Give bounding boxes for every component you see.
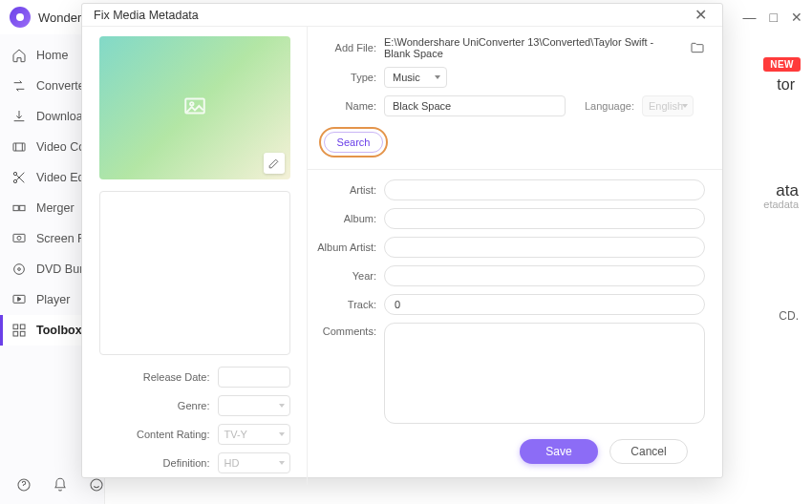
album-input[interactable] [384,208,705,229]
bg-text-fragment: CD. [779,309,799,323]
svg-point-6 [17,236,21,240]
disc-icon [11,262,27,277]
modal-footer: Save Cancel [315,431,705,475]
screen-record-icon [11,231,27,246]
content-rating-select[interactable]: TV-Y [218,424,290,445]
play-icon [11,292,27,307]
maximize-button[interactable]: □ [770,10,778,24]
genre-label: Genre: [178,400,210,411]
scissors-icon [11,170,27,185]
cancel-button[interactable]: Cancel [609,439,688,464]
content-rating-label: Content Rating: [137,429,209,440]
browse-folder-button[interactable] [690,40,705,55]
comments-label: Comments: [315,323,376,337]
name-label: Name: [315,100,376,112]
type-select[interactable]: Music [384,67,447,88]
svg-rect-0 [13,143,25,151]
svg-rect-5 [13,234,25,242]
edit-artwork-button[interactable] [264,153,285,174]
notifications-button[interactable] [52,476,69,494]
type-label: Type: [315,72,376,83]
track-label: Track: [315,299,376,310]
svg-rect-10 [13,325,18,329]
new-badge: NEW [763,57,801,72]
svg-rect-4 [20,205,25,210]
sidebar-item-label: Player [36,293,70,306]
bg-text-fragment: etadata [763,199,799,210]
svg-point-2 [13,179,16,182]
sidebar-item-label: Video Ed [36,171,85,184]
image-placeholder-icon [182,94,207,122]
convert-icon [11,78,27,94]
modal-header: Fix Media Metadata ✕ [82,4,722,27]
help-button[interactable] [15,476,32,494]
window-controls: — □ ✕ [743,10,802,24]
minimize-button[interactable]: — [743,10,757,24]
fix-metadata-modal: Fix Media Metadata ✕ Release Date: [81,3,723,478]
sidebar-item-label: Home [36,49,68,62]
year-input[interactable] [384,265,705,286]
artist-label: Artist: [315,184,376,196]
video-compress-icon [11,139,27,155]
file-path-text: E:\Wondershare UniConverter 13\Converted… [384,36,682,59]
modal-title: Fix Media Metadata [94,9,199,22]
add-file-label: Add File: [315,42,376,53]
sidebar-item-label: Video Co [36,140,85,154]
app-title: Wonder [38,10,81,25]
artist-input[interactable] [384,179,705,200]
svg-point-8 [18,268,21,271]
search-button[interactable]: Search [324,132,383,153]
home-icon [11,48,27,63]
release-date-label: Release Date: [143,371,210,383]
left-pane: Release Date: Genre: Content Rating: TV-… [82,27,308,485]
track-input[interactable] [384,294,705,315]
album-artist-label: Album Artist: [315,242,376,253]
comments-input[interactable] [384,323,705,424]
merger-icon [11,200,27,216]
svg-point-1 [13,172,16,175]
search-highlight: Search [319,127,388,158]
bg-text-fragment: tor [777,76,795,94]
close-modal-button[interactable]: ✕ [691,4,711,26]
divider [308,169,722,170]
album-artist-input[interactable] [384,237,705,258]
sidebar-item-label: Toolbox [36,324,82,337]
bg-text-fragment: ata [776,181,799,200]
name-input[interactable] [384,95,566,116]
titlebar-left: Wonder [10,7,81,28]
sidebar-item-label: DVD Bur [36,262,83,276]
app-logo-icon [10,7,31,28]
genre-select[interactable] [218,395,290,416]
year-label: Year: [315,270,376,282]
lyrics-panel [99,191,290,355]
download-icon [11,109,27,124]
definition-select[interactable]: HD [218,452,290,473]
toolbox-icon [11,323,27,338]
svg-rect-3 [13,205,18,210]
svg-rect-12 [13,331,18,336]
release-date-input[interactable] [218,367,290,388]
svg-rect-11 [20,325,25,329]
sidebar-item-label: Screen R [36,232,86,245]
svg-point-17 [190,102,193,105]
svg-point-7 [14,264,25,275]
right-pane: Add File: E:\Wondershare UniConverter 13… [308,27,722,485]
sidebar-item-label: Merger [36,201,75,215]
modal-body: Release Date: Genre: Content Rating: TV-… [82,27,722,485]
definition-label: Definition: [163,457,210,469]
close-window-button[interactable]: ✕ [791,10,802,24]
artwork-preview [99,36,290,179]
svg-rect-13 [20,331,25,336]
language-select[interactable]: English [642,95,694,116]
language-label: Language: [585,100,634,112]
save-button[interactable]: Save [520,439,598,464]
left-form: Release Date: Genre: Content Rating: TV-… [99,367,290,473]
album-label: Album: [315,213,376,224]
